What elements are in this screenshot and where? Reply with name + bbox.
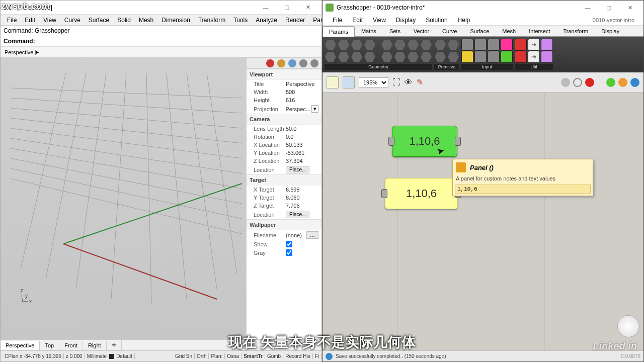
component-icon[interactable] bbox=[474, 51, 487, 63]
tab-vector[interactable]: Vector bbox=[407, 26, 436, 36]
tab-perspective[interactable]: Perspective bbox=[1, 341, 40, 350]
zoom-select[interactable]: 195% bbox=[359, 77, 388, 87]
component-icon[interactable] bbox=[421, 51, 432, 62]
panel-component-icon[interactable] bbox=[461, 51, 473, 63]
component-icon[interactable] bbox=[474, 39, 487, 51]
gh-canvas[interactable]: 1,10,6 1,10,6 Panel () A panel for custo… bbox=[323, 93, 643, 350]
component-icon[interactable] bbox=[515, 51, 527, 63]
component-icon[interactable] bbox=[408, 51, 419, 62]
eye-icon[interactable]: 👁 bbox=[405, 78, 413, 87]
component-icon[interactable] bbox=[515, 39, 527, 51]
toggle-grid[interactable]: Grid Sn bbox=[173, 353, 195, 359]
toggle-planar[interactable]: Plan: bbox=[209, 353, 225, 359]
component-icon[interactable]: ➔ bbox=[528, 51, 540, 63]
tab-transform[interactable]: Transform bbox=[556, 26, 595, 36]
menu-view[interactable]: View bbox=[368, 15, 391, 25]
menu-help[interactable]: Help bbox=[453, 15, 475, 25]
menu-dimension[interactable]: Dimension bbox=[158, 15, 194, 25]
minimize-button[interactable]: — bbox=[255, 1, 276, 14]
chevron-down-icon[interactable]: ▾ bbox=[311, 105, 318, 113]
command-input[interactable] bbox=[37, 38, 288, 45]
add-tab-button[interactable]: ✛ bbox=[107, 340, 122, 350]
gear-icon[interactable] bbox=[310, 59, 318, 67]
component-icon[interactable] bbox=[435, 51, 446, 62]
viewport-label-bar[interactable]: Perspective |▸ bbox=[1, 47, 321, 58]
minimize-button[interactable]: — bbox=[577, 1, 598, 14]
menu-curve[interactable]: Curve bbox=[61, 15, 84, 25]
prop-icon[interactable] bbox=[299, 59, 307, 67]
output-port[interactable] bbox=[455, 137, 461, 146]
toggle-osnap[interactable]: Osna bbox=[225, 353, 242, 359]
tab-params[interactable]: Params bbox=[323, 26, 355, 37]
prop-icon[interactable] bbox=[266, 59, 274, 67]
close-button[interactable]: ✕ bbox=[619, 1, 640, 14]
toggle-smarttrack[interactable]: SmartTr bbox=[242, 353, 265, 359]
toggle-ortho[interactable]: Orth bbox=[195, 353, 209, 359]
component-icon[interactable] bbox=[541, 51, 553, 63]
component-icon[interactable] bbox=[488, 39, 500, 51]
preview-mesh-icon[interactable] bbox=[618, 78, 627, 87]
preview-selected-icon[interactable] bbox=[606, 78, 615, 87]
component-icon[interactable] bbox=[541, 39, 553, 51]
tab-front[interactable]: Front bbox=[59, 341, 83, 350]
tab-intersect[interactable]: Intersect bbox=[522, 26, 556, 36]
menu-view[interactable]: View bbox=[40, 15, 60, 25]
component-icon[interactable] bbox=[351, 51, 362, 62]
component-icon[interactable] bbox=[338, 51, 349, 62]
tab-mesh[interactable]: Mesh bbox=[496, 26, 522, 36]
zoom-extents-icon[interactable]: ⛶ bbox=[392, 78, 400, 87]
toggle-filter[interactable]: Fi bbox=[313, 353, 321, 359]
tab-sets[interactable]: Sets bbox=[383, 26, 407, 36]
component-icon[interactable] bbox=[364, 39, 375, 50]
gray-checkbox[interactable] bbox=[286, 249, 292, 256]
component-icon[interactable] bbox=[448, 51, 459, 62]
menu-edit[interactable]: Edit bbox=[21, 15, 39, 25]
component-icon[interactable] bbox=[351, 39, 362, 50]
tab-right[interactable]: Right bbox=[83, 341, 107, 350]
menu-render[interactable]: Render bbox=[282, 15, 308, 25]
menu-transform[interactable]: Transform bbox=[195, 15, 229, 25]
prop-icon[interactable] bbox=[288, 59, 296, 67]
component-icon[interactable] bbox=[501, 51, 513, 63]
preview-settings-icon[interactable] bbox=[630, 78, 639, 87]
prop-icon[interactable] bbox=[277, 59, 285, 67]
show-checkbox[interactable] bbox=[286, 241, 292, 247]
place-button[interactable]: Place... bbox=[286, 211, 309, 218]
canvas-compass[interactable] bbox=[617, 315, 639, 337]
place-button[interactable]: Place... bbox=[286, 166, 309, 173]
input-port[interactable] bbox=[388, 137, 394, 146]
component-icon[interactable] bbox=[408, 39, 419, 50]
menu-solution[interactable]: Solution bbox=[421, 15, 452, 25]
status-layer[interactable]: Default bbox=[114, 353, 135, 359]
input-port[interactable] bbox=[381, 189, 387, 198]
tab-display[interactable]: Display bbox=[595, 26, 626, 36]
component-icon[interactable] bbox=[381, 51, 392, 62]
browse-button[interactable]: … bbox=[306, 231, 318, 239]
component-icon[interactable] bbox=[394, 39, 406, 50]
component-icon[interactable] bbox=[338, 39, 349, 50]
close-button[interactable]: ✕ bbox=[297, 1, 318, 14]
menu-analyze[interactable]: Analyze bbox=[252, 15, 281, 25]
component-icon[interactable] bbox=[435, 39, 446, 50]
tab-top[interactable]: Top bbox=[40, 341, 59, 350]
component-icon[interactable] bbox=[501, 39, 513, 51]
component-icon[interactable] bbox=[461, 39, 473, 51]
panel-component-selected[interactable]: 1,10,6 bbox=[392, 126, 457, 157]
preview-shade-icon[interactable] bbox=[585, 78, 594, 87]
component-icon[interactable] bbox=[394, 51, 406, 62]
menu-solid[interactable]: Solid bbox=[114, 15, 134, 25]
preview-wire-icon[interactable] bbox=[573, 78, 582, 87]
perspective-viewport[interactable]: z│ y└─ x bbox=[1, 58, 246, 339]
menu-mesh[interactable]: Mesh bbox=[135, 15, 157, 25]
menu-tools[interactable]: Tools bbox=[230, 15, 251, 25]
component-icon[interactable]: ➔ bbox=[528, 39, 540, 51]
tab-maths[interactable]: Maths bbox=[355, 26, 383, 36]
menu-surface[interactable]: Surface bbox=[85, 15, 113, 25]
menu-display[interactable]: Display bbox=[391, 15, 421, 25]
menu-file[interactable]: File bbox=[4, 15, 20, 25]
component-icon[interactable] bbox=[421, 39, 432, 50]
preview-off-icon[interactable] bbox=[561, 78, 570, 87]
component-icon[interactable] bbox=[325, 51, 336, 62]
open-button[interactable] bbox=[327, 76, 339, 88]
component-icon[interactable] bbox=[325, 39, 336, 50]
